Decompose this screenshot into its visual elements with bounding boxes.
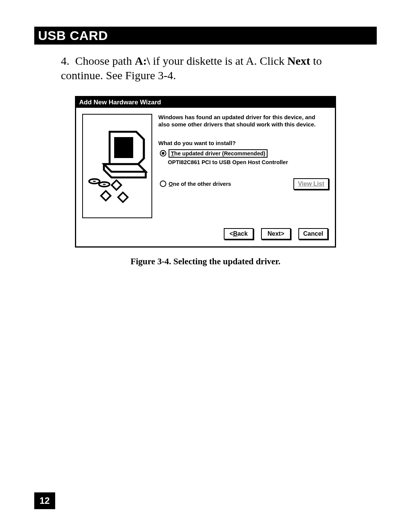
label-rest: he updated driver (Recommended) [174, 150, 265, 157]
radio-unselected-icon [160, 181, 166, 187]
svg-point-2 [93, 181, 96, 182]
text-line: also some other drivers that should work… [158, 121, 315, 128]
mnemonic-char: T [171, 150, 174, 157]
dialog-button-row: <Back Next> Cancel [76, 223, 335, 246]
step-text-bold: A:\ [135, 54, 150, 67]
svg-rect-5 [112, 180, 121, 190]
step-text-part: if your diskette is at A. Click [150, 54, 287, 67]
step-text-bold: Next [287, 54, 310, 67]
driver-name-label: OPTI82C861 PCI to USB Open Host Controll… [168, 159, 329, 165]
cancel-button[interactable]: Cancel [298, 228, 328, 240]
option-label: The updated driver (Recommended) [169, 149, 268, 158]
instruction-step: 4. Choose path A:\ if your diskette is a… [61, 54, 350, 82]
step-number: 4. [61, 54, 72, 68]
section-header: USB CARD [34, 27, 377, 45]
label-part: ack [237, 230, 248, 237]
option-other-drivers[interactable]: One of the other drivers [160, 181, 231, 187]
found-driver-text: Windows has found an updated driver for … [158, 114, 329, 128]
dialog-body: Windows has found an updated driver for … [76, 108, 335, 223]
wizard-dialog: Add New Hardware Wizard [75, 96, 336, 248]
manual-page: USB CARD 4. Choose path A:\ if your disk… [0, 0, 411, 532]
label-rest: ne of the other drivers [173, 181, 231, 187]
page-number: 12 [34, 492, 55, 509]
mnemonic-char: B [233, 230, 238, 237]
svg-rect-6 [101, 191, 110, 200]
option-updated-driver[interactable]: The updated driver (Recommended) [160, 149, 329, 158]
step-text-part: Choose path [75, 54, 135, 67]
mnemonic-char: O [169, 181, 173, 187]
back-button[interactable]: <Back [224, 228, 253, 240]
text-line: Windows has found an updated driver for … [158, 114, 315, 120]
next-button[interactable]: Next> [261, 228, 291, 240]
computer-disks-icon [87, 128, 148, 204]
option-label: One of the other drivers [169, 181, 231, 187]
dialog-content: Windows has found an updated driver for … [158, 114, 329, 218]
option-other-drivers-row: One of the other drivers View List [160, 178, 329, 190]
wizard-graphic-panel [82, 114, 152, 218]
label-part: < [229, 230, 233, 237]
figure-caption: Figure 3-4. Selecting the updated driver… [34, 257, 377, 267]
svg-point-4 [103, 184, 106, 185]
svg-rect-0 [114, 137, 133, 158]
svg-rect-7 [118, 192, 127, 202]
view-list-button[interactable]: View List [293, 178, 329, 190]
install-question: What do you want to install? [158, 140, 329, 146]
dialog-titlebar: Add New Hardware Wizard [76, 97, 335, 108]
option-group: The updated driver (Recommended) OPTI82C… [160, 149, 329, 190]
radio-selected-icon [160, 150, 166, 157]
